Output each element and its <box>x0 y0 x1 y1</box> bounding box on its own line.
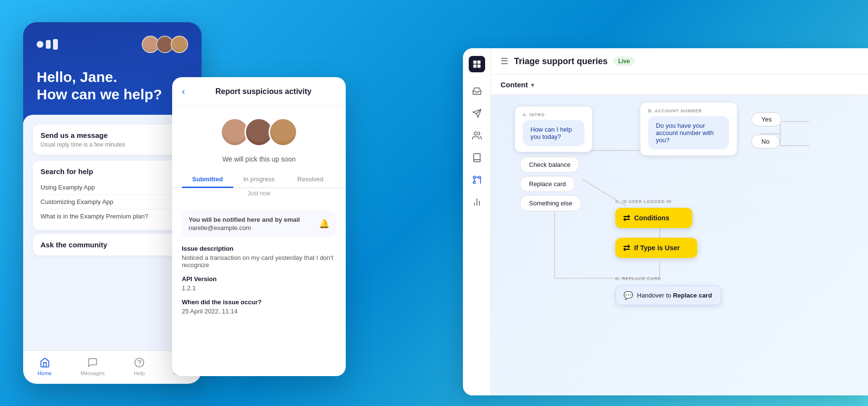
report-tabs: Submitted In progress Resolved <box>172 171 346 188</box>
sidebar-flow-icon[interactable] <box>468 171 486 189</box>
handover-node[interactable]: 💬 Handover to Replace card <box>615 285 721 305</box>
search-item-1[interactable]: Using Examply App <box>41 180 184 195</box>
account-number-label: B. ACCOUNT NUMBER <box>648 108 729 113</box>
send-message-title: Send us a message <box>41 131 184 139</box>
app-logo <box>37 39 58 50</box>
triage-main: ☰ Triage support queries Live Content ▾ <box>491 48 868 395</box>
content-label: Content <box>501 81 528 89</box>
conditions-icon: ⇄ <box>623 213 630 223</box>
content-selector[interactable]: Content ▾ <box>491 75 868 95</box>
nav-home-label: Home <box>38 370 52 376</box>
yes-button[interactable]: Yes <box>751 112 782 126</box>
triage-title: Triage support queries <box>514 56 608 67</box>
search-item-3[interactable]: What is in the Examply Premium plan? <box>41 209 184 223</box>
bell-icon: 🔔 <box>319 218 329 229</box>
report-subtitle: We will pick this up soon <box>172 151 346 171</box>
triage-sidebar <box>463 48 491 395</box>
mobile-header <box>23 22 202 59</box>
option-check-balance[interactable]: Check balance <box>520 157 580 173</box>
sidebar-inbox-icon[interactable] <box>468 82 486 100</box>
search-item-2[interactable]: Customizing Examply App <box>41 195 184 209</box>
triage-header: ☰ Triage support queries Live <box>491 48 868 75</box>
conditions-node[interactable]: ⇄ Conditions <box>615 208 692 228</box>
tab-resolved[interactable]: Resolved <box>285 171 336 188</box>
sidebar-chart-icon[interactable] <box>468 193 486 211</box>
option-something-else[interactable]: Something else <box>520 195 582 211</box>
if-type-node[interactable]: ⇄ If Type is User <box>615 238 697 258</box>
field-date-value: 25 April 2022, 11:14 <box>182 308 336 315</box>
notification-title: You will be notified here and by email <box>189 216 300 223</box>
is-user-logged-label: C. IS USER LOGGED IN <box>615 199 672 204</box>
report-card: ‹ Report suspicious activity We will pic… <box>172 77 346 376</box>
nav-help-label: Help <box>134 370 145 376</box>
field-api-value: 1.2.1 <box>182 284 336 292</box>
avatar-3 <box>171 36 188 53</box>
flow-canvas: A. INTRO How can I help you today? Check… <box>491 95 868 395</box>
field-issue-label: Issue description <box>182 245 336 252</box>
nav-help[interactable]: Help <box>134 357 145 376</box>
home-icon <box>39 357 51 368</box>
report-header: ‹ Report suspicious activity <box>172 77 346 106</box>
field-issue-value: Noticed a transaction on my card yesterd… <box>182 254 336 269</box>
back-button[interactable]: ‹ <box>182 86 185 97</box>
account-number-bubble: Do you have your account number with you… <box>648 116 729 149</box>
replace-card-label: D. REPLACE CARD <box>615 276 661 281</box>
report-title: Report suspicious activity <box>191 87 336 96</box>
send-message-box[interactable]: Send us a message Usual reply time is a … <box>33 124 192 155</box>
ask-community-box[interactable]: Ask the community <box>33 234 192 256</box>
hamburger-icon[interactable]: ☰ <box>501 56 508 67</box>
svg-rect-6 <box>477 65 480 68</box>
intro-label: A. INTRO <box>523 112 584 117</box>
report-avatar-3 <box>269 118 298 147</box>
help-icon <box>134 357 145 368</box>
tab-in-progress[interactable]: In progress <box>233 171 285 188</box>
intro-node: A. INTRO How can I help you today? <box>515 107 592 152</box>
tab-submitted[interactable]: Submitted <box>182 171 233 188</box>
account-number-node: B. ACCOUNT NUMBER Do you have your accou… <box>640 103 737 155</box>
no-button[interactable]: No <box>751 135 780 149</box>
notification-email: narelle@example.com <box>189 224 251 231</box>
sidebar-book-icon[interactable] <box>468 149 486 167</box>
notification-box: You will be notified here and by email n… <box>182 210 336 237</box>
svg-rect-3 <box>473 61 476 64</box>
sidebar-team-icon[interactable] <box>468 126 486 145</box>
report-body: You will be notified here and by email n… <box>172 203 346 329</box>
nav-messages-label: Messages <box>81 370 105 376</box>
nav-messages[interactable]: Messages <box>81 357 105 376</box>
triage-logo <box>469 56 485 72</box>
search-title: Search for help <box>41 167 184 176</box>
send-message-subtitle: Usual reply time is a few minutes <box>41 141 184 148</box>
handover-icon: 💬 <box>624 291 633 300</box>
intro-bubble: How can I help you today? <box>523 120 584 146</box>
tab-submitted-time: Just now <box>172 188 346 203</box>
triage-panel: ☰ Triage support queries Live Content ▾ <box>463 48 868 395</box>
sidebar-send-icon[interactable] <box>468 104 486 122</box>
svg-point-9 <box>474 132 477 135</box>
field-api-label: API Version <box>182 275 336 283</box>
handover-replace-card-text: Replace card <box>673 292 712 299</box>
field-date-label: When did the issue occur? <box>182 298 336 306</box>
chevron-down-icon: ▾ <box>531 81 534 89</box>
report-avatars <box>172 106 346 151</box>
search-for-help-box[interactable]: Search for help Using Examply App Custom… <box>33 161 192 230</box>
option-replace-card[interactable]: Replace card <box>520 176 575 192</box>
if-type-icon: ⇄ <box>623 243 630 253</box>
nav-home[interactable]: Home <box>38 357 52 376</box>
greeting-text: Hello, Jane. How can we help? <box>37 68 188 103</box>
agent-avatars <box>142 36 188 53</box>
live-badge: Live <box>613 56 635 66</box>
ask-community-title: Ask the community <box>41 241 184 249</box>
svg-rect-5 <box>473 65 476 68</box>
messages-icon <box>87 357 98 368</box>
svg-rect-4 <box>477 61 480 64</box>
